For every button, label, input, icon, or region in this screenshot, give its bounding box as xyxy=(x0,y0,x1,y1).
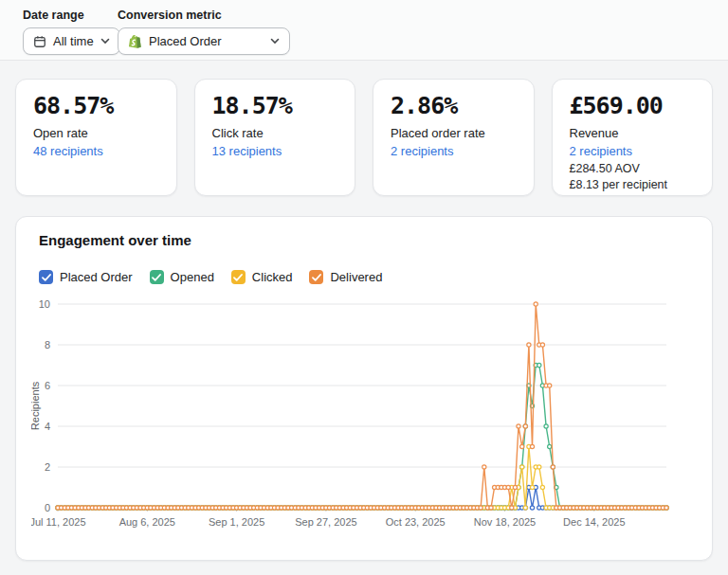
svg-text:Recipients: Recipients xyxy=(31,381,41,430)
click-rate-recipients-link[interactable]: 13 recipients xyxy=(212,144,282,158)
svg-text:2: 2 xyxy=(45,461,50,473)
open-rate-value: 68.57% xyxy=(33,92,159,119)
analytics-dashboard: { "header": { "date_range": { "label": "… xyxy=(0,0,728,575)
svg-text:Sep 27, 2025: Sep 27, 2025 xyxy=(295,516,356,528)
conversion-metric-value: Placed Order xyxy=(149,34,222,48)
svg-text:4: 4 xyxy=(45,421,50,432)
svg-text:Sep 1, 2025: Sep 1, 2025 xyxy=(209,516,264,528)
svg-text:8: 8 xyxy=(45,339,50,350)
chevron-down-icon xyxy=(100,38,110,45)
open-rate-card: 68.57% Open rate 48 recipients xyxy=(15,79,177,196)
click-rate-value: 18.57% xyxy=(212,92,338,119)
placed-order-checkbox[interactable] xyxy=(39,270,53,284)
conversion-metric-label: Conversion metric xyxy=(118,9,290,22)
placed-order-rate-value: 2.86% xyxy=(391,92,517,119)
svg-text:Dec 14, 2025: Dec 14, 2025 xyxy=(563,516,625,528)
svg-text:Oct 23, 2025: Oct 23, 2025 xyxy=(386,516,446,528)
filters-header: Date range All time Conversion metric xyxy=(0,0,728,61)
date-range-button[interactable]: All time xyxy=(23,27,120,55)
svg-text:6: 6 xyxy=(45,380,50,391)
legend-item-clicked[interactable]: Clicked xyxy=(231,270,293,284)
legend-item-placed-order[interactable]: Placed Order xyxy=(39,270,133,284)
date-range-value: All time xyxy=(53,34,94,48)
legend-label: Opened xyxy=(171,270,214,284)
conversion-metric-group: Conversion metric Placed Order xyxy=(118,9,290,55)
date-range-label: Date range xyxy=(23,9,120,22)
revenue-value: £569.00 xyxy=(570,92,696,119)
chart-legend: Placed Order Opened Clicked Delivered xyxy=(39,270,382,284)
click-rate-card: 18.57% Click rate 13 recipients xyxy=(194,79,356,196)
engagement-over-time-card: Engagement over time Placed Order Opened… xyxy=(15,216,713,561)
legend-label: Delivered xyxy=(330,270,382,284)
svg-text:Nov 18, 2025: Nov 18, 2025 xyxy=(474,516,536,528)
legend-label: Clicked xyxy=(252,270,293,284)
calendar-icon xyxy=(33,35,46,48)
legend-item-opened[interactable]: Opened xyxy=(150,270,214,284)
chart-title: Engagement over time xyxy=(39,232,191,248)
conversion-metric-select[interactable]: Placed Order xyxy=(118,27,290,55)
svg-text:0: 0 xyxy=(45,502,50,513)
stat-cards-row: 68.57% Open rate 48 recipients 18.57% Cl… xyxy=(15,79,713,196)
placed-order-rate-label: Placed order rate xyxy=(391,126,517,140)
date-range-group: Date range All time xyxy=(23,9,120,55)
legend-label: Placed Order xyxy=(60,270,133,284)
revenue-per-recipient: £8.13 per recipient xyxy=(570,178,696,191)
opened-checkbox[interactable] xyxy=(150,270,164,284)
revenue-card: £569.00 Revenue 2 recipients £284.50 AOV… xyxy=(552,79,714,196)
revenue-aov: £284.50 AOV xyxy=(570,162,696,175)
delivered-checkbox[interactable] xyxy=(309,270,323,284)
chevron-down-icon xyxy=(270,38,280,45)
svg-text:Jul 11, 2025: Jul 11, 2025 xyxy=(31,516,86,528)
open-rate-recipients-link[interactable]: 48 recipients xyxy=(33,144,103,158)
click-rate-label: Click rate xyxy=(212,126,338,140)
series-delivered xyxy=(56,302,668,510)
svg-text:10: 10 xyxy=(39,298,50,310)
clicked-checkbox[interactable] xyxy=(231,270,246,284)
svg-text:Aug 6, 2025: Aug 6, 2025 xyxy=(119,516,175,528)
legend-item-delivered[interactable]: Delivered xyxy=(309,270,382,284)
revenue-label: Revenue xyxy=(570,126,696,140)
shopify-icon xyxy=(128,34,142,49)
revenue-recipients-link[interactable]: 2 recipients xyxy=(570,144,632,158)
engagement-line-chart: 0246810Jul 11, 2025Aug 6, 2025Sep 1, 202… xyxy=(31,298,699,541)
series-clicked xyxy=(56,444,668,510)
placed-order-recipients-link[interactable]: 2 recipients xyxy=(391,144,453,158)
open-rate-label: Open rate xyxy=(33,126,159,140)
placed-order-rate-card: 2.86% Placed order rate 2 recipients xyxy=(373,79,535,196)
